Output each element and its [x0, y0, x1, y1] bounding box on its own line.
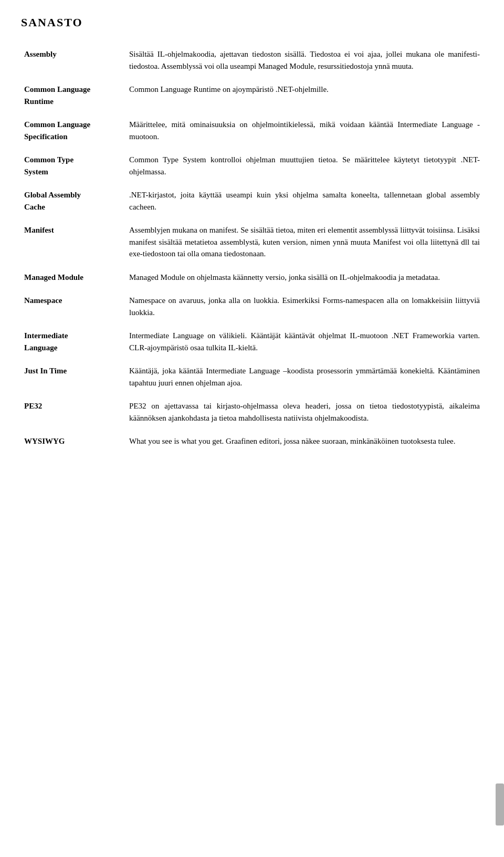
term-line1: Just In Time — [24, 367, 67, 375]
term-cell: WYSIWYG — [21, 431, 126, 455]
term-line1: Manifest — [24, 226, 54, 234]
glossary-row: Common LanguageRuntimeCommon Language Ru… — [21, 79, 483, 114]
term-line1: Global Assembly — [24, 191, 81, 199]
glossary-row: ManifestAssemblyjen mukana on manifest. … — [21, 220, 483, 267]
definition-cell: Common Type System kontrolloi ohjelman m… — [126, 150, 483, 185]
term-line2: System — [24, 168, 48, 176]
definition-cell: Common Language Runtime on ajoympäristö … — [126, 79, 483, 114]
term-line2: Runtime — [24, 97, 54, 106]
definition-cell: Sisältää IL-ohjelmakoodia, ajettavan tie… — [126, 44, 483, 79]
scrollbar[interactable] — [496, 783, 504, 825]
definition-cell: What you see is what you get. Graafinen … — [126, 431, 483, 455]
term-cell: Global AssemblyCache — [21, 185, 126, 220]
term-line2: Specification — [24, 132, 68, 141]
term-line1: Intermediate — [24, 331, 68, 340]
glossary-row: NamespaceNamespace on avaruus, jonka all… — [21, 290, 483, 326]
page: SANASTO AssemblySisältää IL-ohjelmakoodi… — [0, 0, 504, 857]
term-line2: Cache — [24, 203, 45, 211]
definition-cell: Managed Module on ohjelmasta käännetty v… — [126, 267, 483, 291]
glossary-row: Managed ModuleManaged Module on ohjelmas… — [21, 267, 483, 291]
term-cell: Namespace — [21, 290, 126, 326]
definition-cell: Namespace on avaruus, jonka alla on luok… — [126, 290, 483, 326]
term-line1: PE32 — [24, 402, 42, 410]
definition-cell: Kääntäjä, joka kääntää Intermediate Lang… — [126, 361, 483, 396]
definition-cell: .NET-kirjastot, joita käyttää useampi ku… — [126, 185, 483, 220]
term-line1: Assembly — [24, 50, 57, 58]
page-title: SANASTO — [21, 16, 483, 29]
glossary-row: WYSIWYGWhat you see is what you get. Gra… — [21, 431, 483, 455]
term-line1: Common Language — [24, 120, 90, 129]
glossary-table: AssemblySisältää IL-ohjelmakoodia, ajett… — [21, 44, 483, 455]
term-cell: PE32 — [21, 396, 126, 431]
term-line1: Managed Module — [24, 273, 83, 281]
term-line1: Common Language — [24, 85, 90, 93]
term-cell: Just In Time — [21, 361, 126, 396]
glossary-row: PE32PE32 on ajettavassa tai kirjasto-ohj… — [21, 396, 483, 431]
definition-cell: Assemblyjen mukana on manifest. Se sisäl… — [126, 220, 483, 267]
definition-cell: Määrittelee, mitä ominaisuuksia on ohjel… — [126, 114, 483, 150]
term-cell: IntermediateLanguage — [21, 326, 126, 361]
glossary-row: Global AssemblyCache.NET-kirjastot, joit… — [21, 185, 483, 220]
term-line2: Language — [24, 343, 57, 352]
term-line1: Common Type — [24, 155, 74, 164]
glossary-row: IntermediateLanguageIntermediate Languag… — [21, 326, 483, 361]
term-cell: Manifest — [21, 220, 126, 267]
term-line1: Namespace — [24, 296, 62, 305]
term-cell: Common LanguageSpecification — [21, 114, 126, 150]
glossary-row: Just In TimeKääntäjä, joka kääntää Inter… — [21, 361, 483, 396]
term-cell: Common LanguageRuntime — [21, 79, 126, 114]
glossary-row: AssemblySisältää IL-ohjelmakoodia, ajett… — [21, 44, 483, 79]
term-cell: Managed Module — [21, 267, 126, 291]
term-cell: Assembly — [21, 44, 126, 79]
glossary-row: Common LanguageSpecificationMäärittelee,… — [21, 114, 483, 150]
definition-cell: Intermediate Language on välikieli. Kään… — [126, 326, 483, 361]
definition-cell: PE32 on ajettavassa tai kirjasto-ohjelma… — [126, 396, 483, 431]
term-line1: WYSIWYG — [24, 437, 65, 445]
term-cell: Common TypeSystem — [21, 150, 126, 185]
glossary-row: Common TypeSystemCommon Type System kont… — [21, 150, 483, 185]
